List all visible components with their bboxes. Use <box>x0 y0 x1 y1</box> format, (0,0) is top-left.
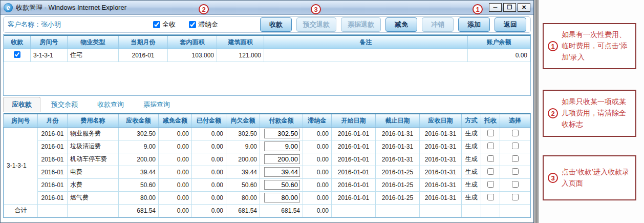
fee-cell-room: 3-1-3-1 <box>4 127 38 204</box>
fee-cell-late-fee: 0.00 <box>303 127 332 140</box>
fee-cell-paid: 0.00 <box>192 166 226 178</box>
fee-row: 2016-01 机动车停车费 200.00 0.00 0.00 200.00 0… <box>4 153 530 166</box>
fee-th-select: 选择 <box>500 114 530 127</box>
collect-agent-checkbox[interactable] <box>487 143 494 149</box>
select-checkbox[interactable] <box>512 130 519 136</box>
check-all-checkbox[interactable] <box>153 21 160 28</box>
customer-name-value: 张小明 <box>41 21 61 28</box>
note-badge-3: 3 <box>548 173 558 183</box>
select-checkbox[interactable] <box>512 194 519 200</box>
fee-th-start: 开始日期 <box>332 114 376 127</box>
prepaid-refund-button: 预交退款 <box>296 17 336 32</box>
ticket-refund-button: 票据退款 <box>341 17 381 32</box>
fee-cell-name: 垃圾清运费 <box>68 140 119 153</box>
room-table-row[interactable]: 3-1-3-1 住宅 2016-01 103.000 121.000 0.00 <box>4 49 530 62</box>
payment-input[interactable] <box>264 154 300 164</box>
late-fee-checkbox[interactable] <box>189 21 196 28</box>
payment-input[interactable] <box>264 180 300 190</box>
fee-cell-due: 2016-01-31 <box>420 178 462 191</box>
check-all-option[interactable]: 全收 <box>153 20 176 29</box>
fee-th-end: 截止日期 <box>376 114 420 127</box>
fee-cell-end: 2016-01-25 <box>376 178 420 191</box>
fee-cell-reduction: 0.00 <box>159 127 192 140</box>
fee-cell-late-fee: 0.00 <box>303 166 332 178</box>
tab-ticket-query[interactable]: 票据查询 <box>135 97 179 112</box>
writeoff-button: 冲销 <box>422 17 454 32</box>
fee-cell-start: 2016-01-01 <box>332 127 376 140</box>
close-button[interactable]: ✕ <box>518 3 530 12</box>
minimize-button[interactable]: ─ <box>489 3 502 12</box>
annotation-badge-3: 3 <box>311 4 321 14</box>
back-button[interactable]: 返回 <box>495 17 526 32</box>
fee-th-collect: 托收 <box>481 114 500 127</box>
fee-cell-start: 2016-01-01 <box>332 140 376 153</box>
total-paid: 0.00 <box>192 204 226 217</box>
annotation-badge-1: 1 <box>473 4 483 14</box>
total-owed: 681.54 <box>226 204 260 217</box>
fee-row: 2016-01 电费 39.44 0.00 0.00 39.44 0.00 20… <box>4 166 530 178</box>
fee-cell-due: 2016-01-31 <box>420 153 462 166</box>
collect-agent-checkbox[interactable] <box>487 168 494 175</box>
collect-agent-checkbox[interactable] <box>487 194 494 200</box>
fee-cell-end: 2016-01-31 <box>376 127 420 140</box>
room-collect-checkbox[interactable] <box>14 51 20 58</box>
fee-cell-month: 2016-01 <box>38 127 68 140</box>
collect-agent-checkbox[interactable] <box>487 130 494 136</box>
annotation-badge-2: 2 <box>199 4 209 14</box>
fee-cell-name: 燃气费 <box>68 191 119 204</box>
fee-row: 2016-01 水费 50.60 0.00 0.00 50.60 0.00 20… <box>4 178 530 191</box>
maximize-button[interactable]: ❒ <box>503 3 516 12</box>
fee-cell-reduction: 0.00 <box>159 178 192 191</box>
fee-th-method: 方式 <box>462 114 481 127</box>
fee-cell-name: 电费 <box>68 166 119 178</box>
collect-agent-checkbox[interactable] <box>487 155 494 162</box>
room-th-inner-area: 套内面积 <box>168 35 217 49</box>
payment-input[interactable] <box>264 129 300 138</box>
fee-th-room: 房间号 <box>4 114 38 127</box>
select-checkbox[interactable] <box>512 143 519 149</box>
fee-cell-name: 物业服务费 <box>68 127 119 140</box>
fee-th-reduction: 减免金额 <box>159 114 192 127</box>
fee-cell-start: 2016-01-01 <box>332 166 376 178</box>
tab-bar: 应收款 预交余额 收款查询 票据查询 <box>3 98 531 112</box>
select-checkbox[interactable] <box>512 155 519 162</box>
fee-cell-method: 生成 <box>462 191 481 204</box>
customer-name-label: 客户名称： <box>8 21 41 28</box>
fee-cell-owed: 39.44 <box>226 166 260 178</box>
fee-cell-month: 2016-01 <box>38 178 68 191</box>
select-checkbox[interactable] <box>512 168 519 175</box>
fee-cell-due: 2016-01-31 <box>420 140 462 153</box>
fee-cell-paid: 0.00 <box>192 140 226 153</box>
room-cell-balance: 0.00 <box>468 49 530 62</box>
fee-cell-month: 2016-01 <box>38 191 68 204</box>
payment-input[interactable] <box>264 193 300 202</box>
fee-cell-receivable: 50.60 <box>119 178 159 191</box>
fee-cell-receivable: 302.50 <box>119 127 159 140</box>
room-th-month: 当期月份 <box>119 35 168 49</box>
add-button[interactable]: 添加 <box>458 17 490 32</box>
payment-input[interactable] <box>264 141 300 151</box>
late-fee-option[interactable]: 滞纳金 <box>189 20 218 29</box>
fee-cell-late-fee: 0.00 <box>303 140 332 153</box>
payment-input[interactable] <box>264 167 300 177</box>
fee-cell-due: 2016-01-31 <box>420 191 462 204</box>
total-late-fee: 0.00 <box>303 204 332 217</box>
collect-agent-checkbox[interactable] <box>487 181 494 188</box>
fee-cell-late-fee: 0.00 <box>303 191 332 204</box>
fee-cell-month: 2016-01 <box>38 166 68 178</box>
note-badge-2: 2 <box>548 108 558 118</box>
collect-payment-button[interactable]: 收款 <box>260 17 292 32</box>
fee-cell-receivable: 39.44 <box>119 166 159 178</box>
tab-payment-query[interactable]: 收款查询 <box>89 97 133 112</box>
fee-cell-receivable: 200.00 <box>119 153 159 166</box>
tab-prepaid-balance[interactable]: 预交余额 <box>42 97 87 112</box>
fee-cell-paid: 0.00 <box>192 127 226 140</box>
note-text-1: 如果有一次性费用、临时费用，可点击‘添加’录入 <box>562 29 631 63</box>
fee-cell-due: 2016-01-31 <box>420 127 462 140</box>
room-cell-build-area: 121.000 <box>217 49 264 62</box>
tab-receivable[interactable]: 应收款 <box>3 97 40 112</box>
room-cell-room: 3-1-3-1 <box>31 49 68 62</box>
fee-cell-start: 2016-01-01 <box>332 191 376 204</box>
reduction-button[interactable]: 减免 <box>385 17 417 32</box>
select-checkbox[interactable] <box>512 181 519 188</box>
